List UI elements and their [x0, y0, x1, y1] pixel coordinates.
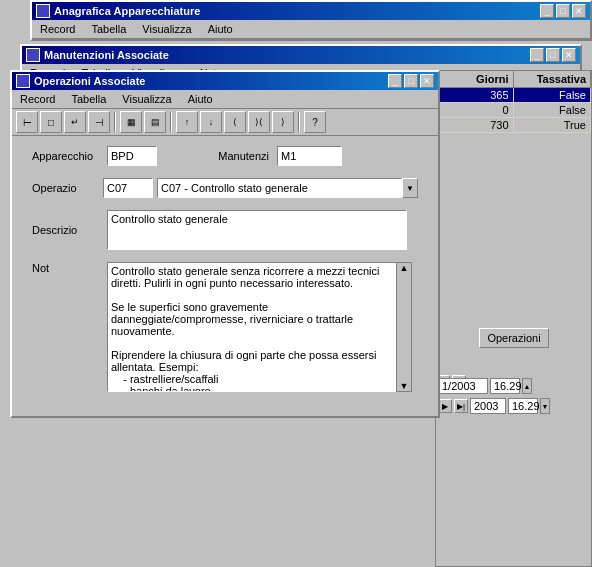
- giorni-cell: 0: [436, 103, 514, 117]
- not-row: Not ▲ ▼: [32, 262, 418, 394]
- anagrafica-icon: [36, 4, 50, 18]
- operazioni-minimize-btn[interactable]: _: [388, 74, 402, 88]
- descrizio-label: Descrizio: [32, 224, 107, 236]
- operazioni-menu-aiuto[interactable]: Aiuto: [184, 92, 217, 106]
- operazioni-title-bar: Operazioni Associate _ □ ✕: [12, 72, 438, 90]
- toolbar-btn-10[interactable]: ⟩⟨: [248, 111, 270, 133]
- table-header: Giorni Tassativa: [436, 71, 591, 88]
- toolbar-btn-1[interactable]: ⊢: [16, 111, 38, 133]
- nav-end-btn[interactable]: ▶|: [454, 399, 468, 413]
- toolbar-btn-8[interactable]: ↓: [200, 111, 222, 133]
- operazio-label: Operazio: [32, 182, 103, 194]
- operazioni-menu-tabella[interactable]: Tabella: [67, 92, 110, 106]
- tassativa-header: Tassativa: [514, 71, 592, 87]
- operazioni-title-label: Operazioni Associate: [34, 75, 145, 87]
- descrizio-textarea[interactable]: [107, 210, 407, 250]
- anagrafica-title-text: Anagrafica Apparecchiature: [36, 4, 200, 18]
- not-wrapper: ▲ ▼: [107, 262, 412, 394]
- operazioni-icon: [16, 74, 30, 88]
- scroll-btn-1[interactable]: ▲: [522, 378, 532, 394]
- manutenzioni-title-bar: Manutenzioni Associate _ □ ✕: [22, 46, 580, 64]
- operazio-combo: ▼: [157, 178, 418, 198]
- toolbar-btn-help[interactable]: ?: [304, 111, 326, 133]
- toolbar-btn-4[interactable]: ⊣: [88, 111, 110, 133]
- apparecchio-row: Apparecchio Manutenzi: [32, 146, 418, 166]
- not-scrollbar[interactable]: ▲ ▼: [396, 262, 412, 392]
- operazioni-maximize-btn[interactable]: □: [404, 74, 418, 88]
- operazioni-button[interactable]: Operazioni: [479, 328, 549, 348]
- anagrafica-close-btn[interactable]: ✕: [572, 4, 586, 18]
- right-table-panel: Giorni Tassativa 365 False 0 False 730 T…: [435, 70, 592, 567]
- manutenzioni-title-label: Manutenzioni Associate: [44, 49, 169, 61]
- anagrafica-menu-aiuto[interactable]: Aiuto: [204, 22, 237, 36]
- not-textarea[interactable]: [107, 262, 407, 392]
- nav-next-btn[interactable]: ▶: [438, 399, 452, 413]
- apparecchio-input[interactable]: [107, 146, 157, 166]
- nav-row-2: ▶ ▶| 2003 16.29 ▼: [438, 398, 550, 414]
- anagrafica-controls: _ □ ✕: [540, 4, 586, 18]
- toolbar-btn-3[interactable]: ↵: [64, 111, 86, 133]
- operazioni-controls: _ □ ✕: [388, 74, 434, 88]
- table-row[interactable]: 730 True: [436, 118, 591, 133]
- toolbar-btn-7[interactable]: ↑: [176, 111, 198, 133]
- toolbar-separator-2: [170, 112, 172, 132]
- manutenzioni-icon: [26, 48, 40, 62]
- scrollbar-down-btn[interactable]: ▼: [397, 381, 411, 391]
- operazioni-menu-visualizza[interactable]: Visualizza: [118, 92, 175, 106]
- descrizio-row: Descrizio: [32, 210, 418, 250]
- manutenzioni-maximize-btn[interactable]: □: [546, 48, 560, 62]
- operazio-combo-btn[interactable]: ▼: [402, 178, 418, 198]
- anagrafica-menu-bar: Record Tabella Visualizza Aiuto: [32, 20, 590, 39]
- date-field-1[interactable]: 1/2003: [438, 378, 488, 394]
- form-area: Apparecchio Manutenzi Operazio ▼ Descriz…: [12, 136, 438, 416]
- toolbar-btn-2[interactable]: □: [40, 111, 62, 133]
- table-row[interactable]: 0 False: [436, 103, 591, 118]
- scrollbar-up-btn[interactable]: ▲: [397, 263, 411, 273]
- operazioni-menu-bar: Record Tabella Visualizza Aiuto: [12, 90, 438, 109]
- operazio-code-input[interactable]: [103, 178, 153, 198]
- giorni-header: Giorni: [436, 71, 514, 87]
- operazio-desc-input[interactable]: [157, 178, 402, 198]
- anagrafica-window: Anagrafica Apparecchiature _ □ ✕ Record …: [30, 0, 592, 41]
- tassativa-cell: False: [514, 103, 592, 117]
- num-field-2[interactable]: 16.29: [508, 398, 538, 414]
- scroll-btn-2[interactable]: ▼: [540, 398, 550, 414]
- anagrafica-maximize-btn[interactable]: □: [556, 4, 570, 18]
- toolbar-separator-3: [298, 112, 300, 132]
- anagrafica-menu-record[interactable]: Record: [36, 22, 79, 36]
- manutenzi-label: Manutenzi: [218, 150, 269, 162]
- operazioni-title-text: Operazioni Associate: [16, 74, 145, 88]
- toolbar-btn-6[interactable]: ▤: [144, 111, 166, 133]
- manutenzioni-minimize-btn[interactable]: _: [530, 48, 544, 62]
- giorni-cell: 730: [436, 118, 514, 132]
- apparecchio-label: Apparecchio: [32, 150, 107, 162]
- toolbar-btn-5[interactable]: ▦: [120, 111, 142, 133]
- tassativa-cell: True: [514, 118, 592, 132]
- table-row[interactable]: 365 False: [436, 88, 591, 103]
- manutenzi-input[interactable]: [277, 146, 342, 166]
- anagrafica-title-label: Anagrafica Apparecchiature: [54, 5, 200, 17]
- operazioni-menu-record[interactable]: Record: [16, 92, 59, 106]
- toolbar-separator-1: [114, 112, 116, 132]
- num-field-1[interactable]: 16.29: [490, 378, 520, 394]
- date-field-2[interactable]: 2003: [470, 398, 506, 414]
- operazio-row: Operazio ▼: [32, 178, 418, 198]
- toolbar-btn-11[interactable]: ⟩: [272, 111, 294, 133]
- toolbar-btn-9[interactable]: ⟨: [224, 111, 246, 133]
- tassativa-cell: False: [514, 88, 592, 102]
- anagrafica-menu-visualizza[interactable]: Visualizza: [138, 22, 195, 36]
- not-label: Not: [32, 262, 107, 274]
- anagrafica-title-bar: Anagrafica Apparecchiature _ □ ✕: [32, 2, 590, 20]
- operazioni-close-btn[interactable]: ✕: [420, 74, 434, 88]
- operazioni-window: Operazioni Associate _ □ ✕ Record Tabell…: [10, 70, 440, 418]
- anagrafica-menu-tabella[interactable]: Tabella: [87, 22, 130, 36]
- anagrafica-minimize-btn[interactable]: _: [540, 4, 554, 18]
- manutenzioni-close-btn[interactable]: ✕: [562, 48, 576, 62]
- manutenzioni-title-text: Manutenzioni Associate: [26, 48, 169, 62]
- nav-row-1-content: 1/2003 16.29 ▲: [438, 378, 532, 394]
- manutenzioni-controls: _ □ ✕: [530, 48, 576, 62]
- toolbar: ⊢ □ ↵ ⊣ ▦ ▤ ↑ ↓ ⟨ ⟩⟨ ⟩ ?: [12, 109, 438, 136]
- giorni-cell: 365: [436, 88, 514, 102]
